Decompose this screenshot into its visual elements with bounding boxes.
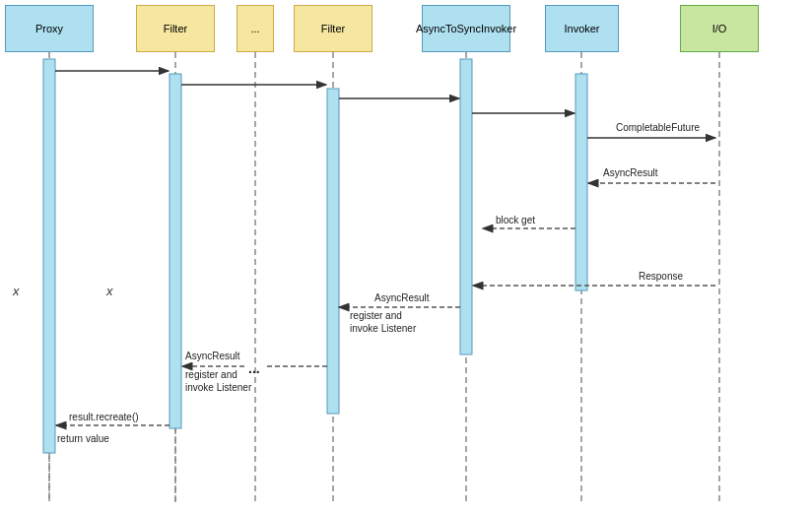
msg-response: Response — [639, 271, 683, 282]
msg-asyncresult-filter2: AsyncResult — [374, 292, 430, 303]
msg-result-recreate: result.recreate() — [69, 412, 139, 422]
x-marker-2: x — [106, 284, 113, 298]
svg-rect-7 — [43, 59, 55, 453]
msg-asyncresult-invoker: AsyncResult — [603, 167, 658, 178]
svg-rect-11 — [575, 74, 587, 290]
msg-blockget: block get — [496, 215, 535, 225]
msg-register-right: register andinvoke Listener — [350, 309, 416, 335]
sequence-diagram: Proxy Filter ... Filter AsyncToSyncInvok… — [0, 0, 812, 514]
svg-rect-8 — [169, 74, 181, 428]
msg-completablefuture: CompletableFuture — [616, 122, 700, 133]
msg-register-left: register andinvoke Listener — [185, 368, 251, 394]
x-marker-1: x — [13, 284, 20, 298]
msg-asyncresult-filter1: AsyncResult — [185, 351, 240, 361]
svg-rect-9 — [327, 89, 339, 414]
diagram-svg — [0, 0, 812, 514]
msg-return-value: return value — [57, 433, 109, 444]
svg-rect-10 — [460, 59, 472, 354]
msg-dots-arrow: ... — [248, 360, 260, 376]
